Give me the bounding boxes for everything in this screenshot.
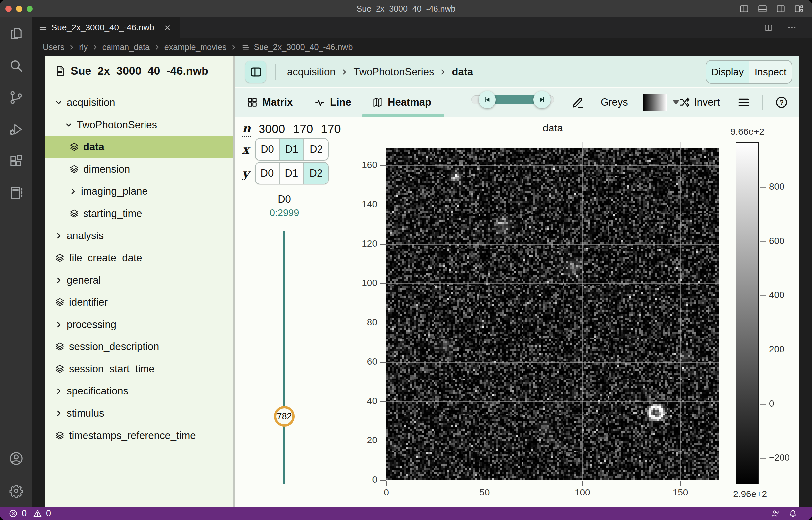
view-header: acquisition TwoPhotonSeries data Display… bbox=[235, 56, 799, 87]
gridline bbox=[387, 205, 719, 205]
x-tick-label: 50 bbox=[471, 487, 498, 498]
colormap-label[interactable]: Greys bbox=[600, 88, 628, 117]
breadcrumb-acquisition[interactable]: acquisition bbox=[287, 66, 336, 78]
colormap-swatch[interactable] bbox=[643, 94, 667, 111]
warning-count[interactable]: 0 bbox=[46, 509, 51, 519]
tree-item-stimulus[interactable]: stimulus bbox=[45, 402, 233, 424]
search-icon[interactable] bbox=[8, 58, 24, 74]
x-tick-label: 0 bbox=[373, 487, 400, 498]
menu-button[interactable] bbox=[734, 88, 753, 117]
x-tick bbox=[485, 480, 485, 486]
breadcrumb-item[interactable]: rly bbox=[79, 43, 88, 52]
tree-item-data[interactable]: data bbox=[45, 136, 233, 158]
customize-layout-icon[interactable] bbox=[794, 4, 804, 14]
tree-item-starting_time[interactable]: starting_time bbox=[45, 202, 233, 225]
x-tick-label: 150 bbox=[667, 487, 694, 498]
tree-item-label: analysis bbox=[67, 230, 104, 242]
tree-item-session_description[interactable]: session_description bbox=[45, 336, 233, 358]
tree-item-file_create_date[interactable]: file_create_date bbox=[45, 247, 233, 269]
colorbar-tick-label: 400 bbox=[769, 290, 785, 301]
frame-slider[interactable] bbox=[284, 231, 285, 484]
source-control-icon[interactable] bbox=[8, 90, 24, 105]
x-axis-line bbox=[387, 479, 719, 480]
warnings-icon[interactable] bbox=[33, 509, 42, 518]
sidebar-toggle-button[interactable] bbox=[245, 61, 266, 83]
tree-item-imaging_plane[interactable]: imaging_plane bbox=[45, 180, 233, 202]
run-debug-icon[interactable] bbox=[8, 122, 24, 137]
split-editor-icon[interactable] bbox=[764, 23, 773, 32]
tree-item-session_start_time[interactable]: session_start_time bbox=[45, 358, 233, 380]
tree-item-specifications[interactable]: specifications bbox=[45, 380, 233, 402]
tab-heatmap[interactable]: Heatmap bbox=[372, 88, 431, 117]
chevron-right-icon bbox=[154, 44, 161, 51]
x-dim-d0-button[interactable]: D0 bbox=[255, 139, 280, 160]
colorbar-max-label: 9.66e+2 bbox=[721, 127, 774, 137]
y-dim-d0-button[interactable]: D0 bbox=[255, 163, 280, 184]
extensions-icon[interactable] bbox=[8, 154, 24, 169]
inspect-button[interactable]: Inspect bbox=[749, 61, 792, 83]
tree-item-timestamps_reference_time[interactable]: timestamps_reference_time bbox=[45, 424, 233, 446]
tree-item-acquisition[interactable]: acquisition bbox=[45, 92, 233, 113]
y-tick-label: 160 bbox=[341, 160, 377, 170]
tree-item-dimension[interactable]: dimension bbox=[45, 158, 233, 180]
breadcrumb-file[interactable]: Sue_2x_3000_40_-46.nwb bbox=[253, 43, 353, 52]
toolbar-divider bbox=[593, 95, 593, 110]
notebook-view-icon[interactable] bbox=[8, 185, 24, 201]
editor-tab[interactable]: Sue_2x_3000_40_-46.nwb bbox=[32, 17, 180, 38]
tree-item-TwoPhotonSeries[interactable]: TwoPhotonSeries bbox=[45, 113, 233, 136]
heatmap-image[interactable] bbox=[387, 148, 719, 480]
skip-end-handle[interactable] bbox=[533, 91, 550, 108]
toggle-secondary-sidebar-icon[interactable] bbox=[776, 4, 786, 14]
display-button[interactable]: Display bbox=[706, 61, 749, 83]
breadcrumb-twophotonseries[interactable]: TwoPhotonSeries bbox=[353, 66, 434, 78]
colorbar-min-label: −2.96e+2 bbox=[721, 489, 774, 499]
breadcrumb-item[interactable]: caiman_data bbox=[102, 43, 150, 52]
gridline bbox=[582, 142, 583, 480]
tab-matrix[interactable]: Matrix bbox=[247, 88, 293, 117]
breadcrumb-item[interactable]: Users bbox=[43, 43, 64, 52]
chevron-down-icon bbox=[65, 121, 73, 129]
chevron-down-icon bbox=[55, 99, 63, 107]
x-dim-d2-button[interactable]: D2 bbox=[304, 139, 328, 160]
tree-item-analysis[interactable]: analysis bbox=[45, 225, 233, 247]
tab-bar: Sue_2x_3000_40_-46.nwb bbox=[32, 17, 812, 38]
tree-item-general[interactable]: general bbox=[45, 269, 233, 291]
chevron-down-icon[interactable] bbox=[673, 100, 680, 105]
feedback-icon[interactable] bbox=[771, 509, 780, 518]
frame-slider-handle[interactable]: 782 bbox=[274, 406, 295, 426]
y-tick-label: 20 bbox=[341, 435, 377, 445]
heatmap-content: n 3000 170 170 x D0D1D2 y D0D1D2 D0 0:29… bbox=[235, 117, 799, 507]
errors-icon[interactable] bbox=[9, 509, 18, 518]
y-tick-label: 0 bbox=[341, 474, 377, 485]
titlebar: Sue_2x_3000_40_-46.nwb bbox=[0, 0, 812, 17]
display-inspect-toggle: Display Inspect bbox=[706, 60, 792, 84]
layers-icon bbox=[55, 430, 65, 441]
window-title: Sue_2x_3000_40_-46.nwb bbox=[0, 0, 812, 17]
chevron-right-icon bbox=[439, 68, 446, 76]
more-actions-icon[interactable] bbox=[787, 23, 797, 32]
colorbar-tick-label: 800 bbox=[769, 182, 785, 192]
tree-item-identifier[interactable]: identifier bbox=[45, 291, 233, 313]
layers-icon bbox=[55, 253, 65, 263]
invert-button[interactable]: Invert bbox=[679, 88, 720, 117]
y-dim-d1-button[interactable]: D1 bbox=[280, 163, 304, 184]
y-tick-label: 140 bbox=[341, 199, 377, 210]
tab-line[interactable]: Line bbox=[314, 88, 351, 117]
toggle-sidebar-icon[interactable] bbox=[739, 4, 749, 14]
toggle-panel-icon[interactable] bbox=[757, 4, 768, 14]
account-icon[interactable] bbox=[8, 451, 24, 466]
help-button[interactable]: ? bbox=[772, 88, 791, 117]
x-dim-d1-button[interactable]: D1 bbox=[280, 139, 304, 160]
breadcrumb: Usersrlycaiman_dataexample_moviesSue_2x_… bbox=[32, 38, 812, 56]
breadcrumb-item[interactable]: example_movies bbox=[164, 43, 227, 52]
skip-start-handle[interactable] bbox=[478, 91, 496, 108]
edit-button[interactable] bbox=[567, 88, 589, 117]
close-tab-icon[interactable] bbox=[163, 24, 172, 32]
explorer-icon[interactable] bbox=[8, 26, 24, 42]
error-count[interactable]: 0 bbox=[22, 509, 26, 519]
notifications-bell-icon[interactable] bbox=[788, 509, 797, 518]
settings-gear-icon[interactable] bbox=[8, 483, 24, 498]
tree-item-processing[interactable]: processing bbox=[45, 313, 233, 336]
y-dim-d2-button[interactable]: D2 bbox=[304, 163, 328, 184]
nwb-tree-panel: Sue_2x_3000_40_-46.nwb acquisitionTwoPho… bbox=[45, 56, 233, 507]
